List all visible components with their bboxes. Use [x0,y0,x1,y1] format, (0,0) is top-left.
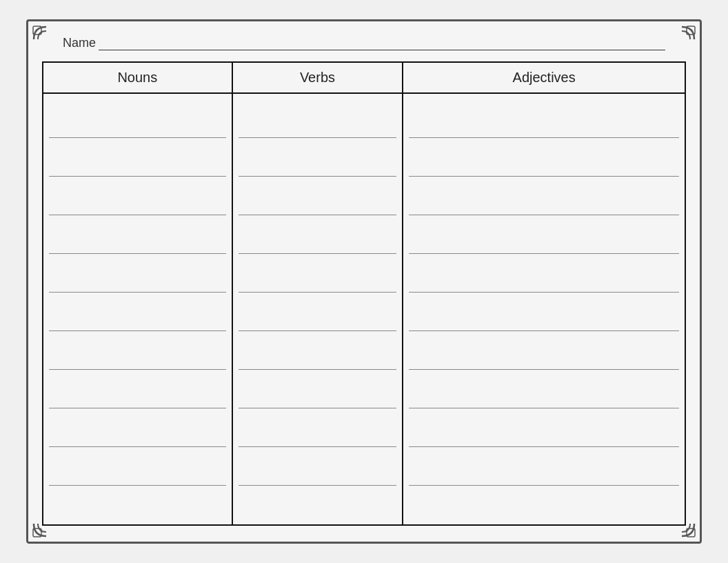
write-line[interactable] [409,138,679,177]
write-line[interactable] [239,370,397,408]
write-line[interactable] [239,177,397,215]
write-line[interactable] [409,447,679,486]
word-sort-table: Nouns Verbs Adjectives [42,61,686,526]
write-line[interactable] [49,99,226,138]
write-line[interactable] [49,293,226,331]
write-line[interactable] [49,408,226,447]
write-line[interactable] [49,370,226,408]
corner-decoration-br [668,510,696,537]
write-line[interactable] [239,99,397,138]
corner-decoration-bl [32,510,60,537]
column-header-adjectives: Adjectives [403,62,685,93]
write-line[interactable] [239,138,397,177]
write-line[interactable] [49,331,226,370]
write-line[interactable] [409,99,679,138]
corner-decoration-tl [32,26,60,53]
name-label: Name [63,36,96,50]
column-header-nouns: Nouns [43,62,232,93]
corner-decoration-tr [668,26,696,53]
write-line[interactable] [49,447,226,486]
table-row [43,93,685,525]
write-line[interactable] [49,215,226,254]
column-header-verbs: Verbs [232,62,403,93]
nouns-cell[interactable] [43,93,232,525]
write-line[interactable] [239,486,397,524]
write-line[interactable] [409,254,679,293]
write-line[interactable] [239,447,397,486]
write-line[interactable] [239,215,397,254]
adjectives-cell[interactable] [403,93,685,525]
write-line[interactable] [409,331,679,370]
write-line[interactable] [49,486,226,524]
write-line[interactable] [409,408,679,447]
verbs-cell[interactable] [232,93,403,525]
write-line[interactable] [409,293,679,331]
write-line[interactable] [49,254,226,293]
write-line[interactable] [409,215,679,254]
write-line[interactable] [239,254,397,293]
name-underline[interactable] [99,35,665,50]
name-field-row: Name [42,35,686,50]
write-line[interactable] [49,177,226,215]
write-line[interactable] [409,177,679,215]
write-line[interactable] [239,331,397,370]
write-line[interactable] [239,408,397,447]
write-line[interactable] [239,293,397,331]
write-line[interactable] [409,486,679,524]
write-line[interactable] [409,370,679,408]
write-line[interactable] [49,138,226,177]
worksheet-page: Name Nouns Verbs Adjectives [26,19,702,544]
